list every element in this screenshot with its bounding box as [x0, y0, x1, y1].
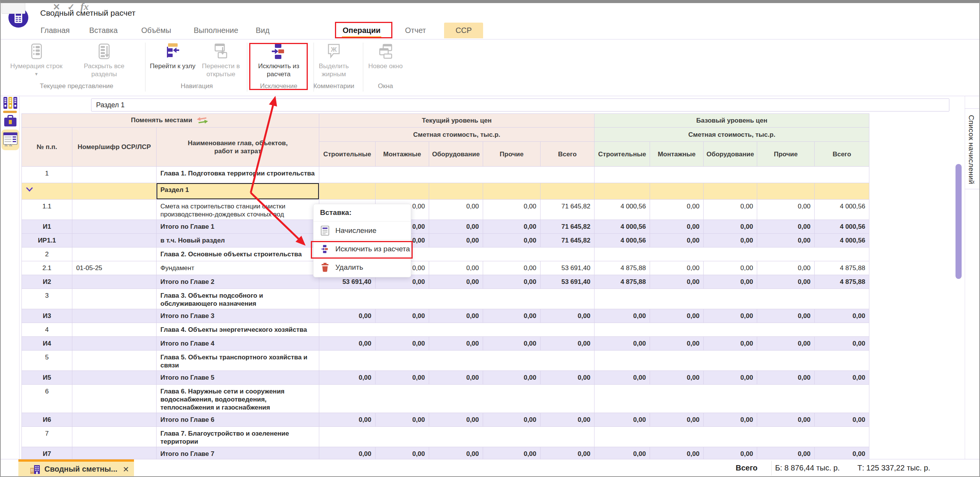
row-code-cell[interactable]: [72, 220, 157, 234]
empty-values-current[interactable]: [319, 167, 595, 183]
value-cell-current[interactable]: 0,00: [541, 371, 595, 385]
value-cell[interactable]: [757, 183, 815, 200]
row-name-cell[interactable]: Итого по Главе 6: [157, 413, 319, 427]
value-cell-base[interactable]: 0,00: [757, 220, 815, 234]
row-number-cell[interactable]: И2: [22, 275, 72, 289]
value-cell-current[interactable]: 0,00: [376, 413, 429, 427]
row-name-cell[interactable]: Итого по Главе 3: [157, 309, 319, 323]
value-cell[interactable]: [595, 183, 650, 200]
value-cell-base[interactable]: 0,00: [757, 275, 815, 289]
briefcase-icon[interactable]: [4, 115, 17, 129]
value-cell-current[interactable]: 0,00: [483, 413, 541, 427]
value-cell-base[interactable]: 0,00: [815, 371, 869, 385]
tab-item-4[interactable]: Вид: [256, 23, 270, 38]
row-code-cell[interactable]: [72, 413, 157, 427]
value-cell-base[interactable]: 4 000,56: [815, 234, 869, 248]
value-cell-current[interactable]: 0,00: [483, 371, 541, 385]
row-number-cell[interactable]: 1.1: [22, 200, 72, 220]
value-cell-base[interactable]: 0,00: [815, 309, 869, 323]
value-cell-current[interactable]: 0,00: [429, 413, 483, 427]
menu-item-trash[interactable]: Удалить: [314, 258, 411, 276]
value-cell-base[interactable]: 0,00: [704, 220, 757, 234]
row-number-cell[interactable]: 1: [22, 167, 72, 183]
row-code-cell[interactable]: [72, 248, 157, 261]
row-code-cell[interactable]: [72, 385, 157, 413]
value-cell-base[interactable]: 4 875,88: [595, 261, 650, 275]
column-header-current-value[interactable]: Строительные: [319, 142, 376, 167]
swap-columns-header[interactable]: Поменять местами: [22, 114, 319, 128]
row-name-cell[interactable]: Итого по Главе 5: [157, 371, 319, 385]
value-cell-base[interactable]: 0,00: [757, 337, 815, 351]
value-cell-base[interactable]: 0,00: [650, 309, 704, 323]
value-cell-base[interactable]: 0,00: [650, 234, 704, 248]
value-cell-current[interactable]: 0,00: [319, 309, 376, 323]
dropdown-arrow-icon[interactable]: ▼: [34, 72, 39, 76]
value-cell-base[interactable]: 0,00: [704, 275, 757, 289]
row-number-cell[interactable]: 4: [22, 323, 72, 337]
row-code-cell[interactable]: [72, 427, 157, 447]
column-header-base-value[interactable]: Прочие: [757, 142, 815, 167]
value-cell-current[interactable]: 0,00: [429, 200, 483, 220]
value-cell[interactable]: [429, 183, 483, 200]
value-cell-current[interactable]: 0,00: [541, 309, 595, 323]
value-cell-base[interactable]: 0,00: [595, 413, 650, 427]
row-number-cell[interactable]: И6: [22, 413, 72, 427]
estimate-sheet-tab[interactable]: [2, 129, 19, 150]
value-cell-current[interactable]: 0,00: [429, 234, 483, 248]
row-name-cell[interactable]: Глава 2. Основные объекты строительства: [157, 248, 319, 261]
row-number-cell[interactable]: И1: [22, 220, 72, 234]
ribbon-button-new-window[interactable]: Новое окно: [355, 43, 416, 70]
row-number-cell[interactable]: 2: [22, 248, 72, 261]
value-cell-current[interactable]: 0,00: [483, 220, 541, 234]
column-header-no[interactable]: № п.п.: [22, 128, 72, 167]
value-cell-current[interactable]: 0,00: [483, 275, 541, 289]
value-cell-current[interactable]: 0,00: [429, 220, 483, 234]
fx-icon[interactable]: fx: [80, 0, 89, 14]
value-cell-base[interactable]: 4 875,88: [815, 275, 869, 289]
cancel-icon[interactable]: ✕: [53, 0, 60, 14]
value-cell-base[interactable]: 0,00: [815, 413, 869, 427]
value-cell-current[interactable]: 71 645,82: [541, 200, 595, 220]
column-header-name[interactable]: Наименование глав, объектов, работ и зат…: [157, 128, 319, 167]
value-cell-base[interactable]: 0,00: [704, 234, 757, 248]
row-name-cell[interactable]: Итого по Главе 2: [157, 275, 319, 289]
ribbon-button-expand-sections[interactable]: Раскрыть все разделы: [74, 43, 135, 78]
vertical-scrollbar[interactable]: [956, 164, 962, 279]
menu-item-exclude[interactable]: Исключить из расчета: [314, 240, 411, 258]
value-cell-base[interactable]: 0,00: [595, 371, 650, 385]
empty-values-current[interactable]: [319, 385, 595, 413]
row-number-cell[interactable]: 5: [22, 351, 72, 371]
value-cell-current[interactable]: 0,00: [541, 413, 595, 427]
row-code-cell[interactable]: [72, 289, 157, 309]
value-cell-base[interactable]: 4 000,56: [595, 200, 650, 220]
value-cell-current[interactable]: 71 645,82: [541, 234, 595, 248]
ribbon-button-move-to-open[interactable]: Перенести в открытые: [190, 43, 252, 78]
column-header-base-value[interactable]: Строительные: [595, 142, 650, 167]
row-code-cell[interactable]: [72, 351, 157, 371]
row-name-cell[interactable]: Глава 4. Объекты энергетического хозяйст…: [157, 323, 319, 337]
row-name-cell[interactable]: Глава 1. Подготовка территории строитель…: [157, 167, 319, 183]
close-icon[interactable]: ✕: [123, 465, 129, 474]
column-header-current-value[interactable]: Прочие: [483, 142, 541, 167]
accruals-panel-tab[interactable]: Список начислений: [967, 115, 975, 184]
value-cell-base[interactable]: 0,00: [650, 275, 704, 289]
tab-operations-active[interactable]: Операции: [343, 23, 381, 38]
value-cell-current[interactable]: 0,00: [376, 371, 429, 385]
row-code-cell[interactable]: [72, 200, 157, 220]
cell-reference-box[interactable]: [2, 1, 25, 14]
tab-item-6[interactable]: Отчет: [405, 23, 426, 38]
value-cell-base[interactable]: 0,00: [704, 261, 757, 275]
value-cell-current[interactable]: 0,00: [319, 413, 376, 427]
column-header-current-value[interactable]: Всего: [541, 142, 595, 167]
empty-values-base[interactable]: [595, 248, 869, 261]
ribbon-button-numbering[interactable]: Нумерация строк▼: [6, 43, 67, 76]
column-header-current-value[interactable]: Оборудование: [429, 142, 483, 167]
value-cell[interactable]: [319, 183, 376, 200]
row-code-cell[interactable]: [72, 167, 157, 183]
value-cell-current[interactable]: 0,00: [319, 371, 376, 385]
value-cell-current[interactable]: 0,00: [483, 337, 541, 351]
row-collapse-chevron-icon[interactable]: [22, 183, 72, 200]
row-name-cell[interactable]: Глава 5. Объекты транспортного хозяйства…: [157, 351, 319, 371]
value-cell-base[interactable]: 0,00: [757, 309, 815, 323]
tab-item-0[interactable]: Главная: [41, 23, 70, 38]
